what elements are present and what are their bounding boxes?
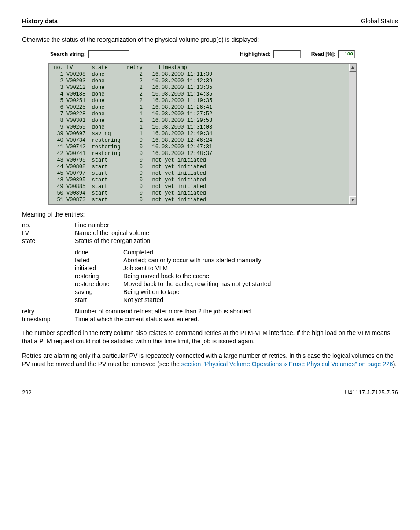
scroll-track[interactable]	[349, 72, 356, 196]
read-value: 100	[338, 50, 355, 58]
highlighted-label: Highlighted:	[240, 51, 271, 57]
state-val: Aborted; can only occur with runs starte…	[123, 257, 398, 264]
state-val: Job sent to VLM	[123, 265, 398, 272]
state-val: Moved back to the cache; rewriting has n…	[123, 280, 398, 287]
search-label: Search string:	[50, 51, 86, 57]
state-val: Being written to tape	[123, 288, 398, 295]
definitions-list: no.Line number LVName of the logical vol…	[22, 221, 398, 244]
state-term: initiated	[75, 265, 123, 272]
state-val: Not yet started	[123, 296, 398, 303]
def-val: Line number	[75, 221, 398, 228]
def-term: LV	[22, 229, 75, 236]
erase-volumes-link[interactable]: section "Physical Volume Operations » Er…	[181, 361, 393, 368]
read-label: Read [%]:	[311, 51, 335, 57]
def-term: timestamp	[22, 316, 75, 323]
highlighted-input[interactable]	[273, 50, 301, 58]
def-term: state	[22, 237, 75, 244]
scroll-up-icon[interactable]: ▲	[349, 64, 356, 72]
state-term: saving	[75, 288, 123, 295]
state-term: failed	[75, 257, 123, 264]
def-val: Status of the reorganization:	[75, 237, 398, 244]
status-list: no. LV state retry timestamp 1 V00208 do…	[49, 64, 349, 204]
def-term: no.	[22, 221, 75, 228]
definitions-list-2: retryNumber of command retries; after mo…	[22, 308, 398, 323]
meaning-heading: Meaning of the entries:	[22, 211, 398, 218]
state-val: Being moved back to the cache	[123, 272, 398, 280]
state-term: start	[75, 296, 123, 303]
state-term: restore done	[75, 280, 123, 287]
header-status: Global Status	[361, 18, 398, 25]
search-input[interactable]	[88, 50, 129, 58]
state-values: doneCompleted failedAborted; can only oc…	[75, 249, 398, 303]
def-term: retry	[22, 308, 75, 315]
scroll-down-icon[interactable]: ▼	[349, 196, 356, 204]
toolbar: Search string: Highlighted: Read [%]: 10…	[48, 48, 357, 63]
state-term: done	[75, 249, 123, 256]
paragraph-retry-note: The number specified in the retry column…	[22, 329, 398, 346]
page-number: 292	[22, 389, 32, 396]
header-section: History data	[22, 18, 58, 25]
status-screenshot: Search string: Highlighted: Read [%]: 10…	[48, 48, 357, 205]
doc-id: U41117-J-Z125-7-76	[345, 389, 398, 396]
intro-text: Otherwise the status of the reorganizati…	[22, 36, 398, 43]
paragraph-alarm-note: Retries are alarming only if a particula…	[22, 352, 398, 368]
scrollbar[interactable]: ▲ ▼	[349, 64, 356, 204]
def-val: Time at which the current status was ent…	[75, 316, 398, 323]
state-term: restoring	[75, 272, 123, 280]
def-val: Name of the logical volume	[75, 229, 398, 236]
def-val: Number of command retries; after more th…	[75, 308, 398, 315]
para2-text-b: ).	[393, 361, 397, 368]
state-val: Completed	[123, 249, 398, 256]
